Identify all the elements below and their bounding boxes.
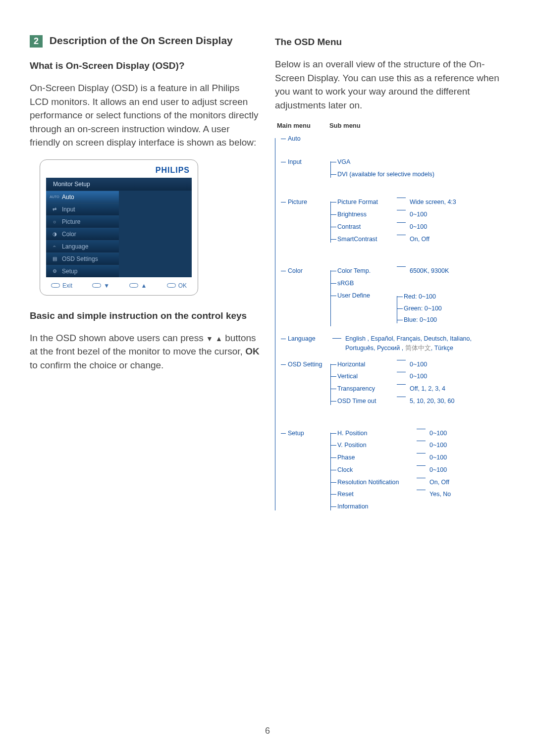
page-number: 6 bbox=[0, 726, 535, 736]
pill-icon bbox=[129, 283, 138, 288]
tree-color-blue: Blue: 0~100 bbox=[404, 315, 442, 325]
osd-right-pane bbox=[119, 191, 192, 277]
tree-setup-info: Information bbox=[337, 502, 451, 511]
pill-icon bbox=[167, 283, 176, 288]
osd-ok-hint: OK bbox=[167, 282, 187, 289]
section-title-text: Description of the On Screen Display bbox=[50, 35, 233, 46]
osd-menu-paragraph: Below is an overall view of the structur… bbox=[275, 57, 505, 112]
osd-item-label: Input bbox=[62, 206, 75, 213]
tree-setup-vpos: V. Position0~100 bbox=[337, 441, 451, 450]
tree-osd-timeout: OSD Time out5, 10, 20, 30, 60 bbox=[337, 397, 454, 406]
up-triangle-icon: ▲ bbox=[215, 335, 222, 343]
osd-item-label: OSD Settings bbox=[62, 255, 98, 262]
tree-color-temp: Color Temp.6500K, 9300K bbox=[337, 266, 449, 276]
osd-menu-heading: The OSD Menu bbox=[275, 37, 505, 48]
tree-input-dvi: DVI (available for selective models) bbox=[337, 170, 434, 179]
osd-item-input: ⇄ Input bbox=[46, 203, 119, 215]
tree-osd-horizontal: Horizontal0~100 bbox=[337, 360, 454, 369]
language-icon: 𝄐 bbox=[51, 243, 58, 250]
input-icon: ⇄ bbox=[51, 206, 58, 213]
tree-auto: Auto bbox=[281, 134, 505, 144]
tree-picture-smartcontrast: SmartContrastOn, Off bbox=[337, 235, 456, 244]
osd-item-language: 𝄐 Language bbox=[46, 240, 119, 252]
osd-item-label: Picture bbox=[62, 218, 80, 225]
osd-footer: Exit ▼ ▲ OK bbox=[46, 277, 192, 289]
tree-language: Language English , Español, Français, De… bbox=[281, 334, 505, 353]
tree-input-vga: VGA bbox=[337, 157, 434, 167]
section-number: 2 bbox=[30, 35, 43, 48]
tree-input: Input VGA DVI (available for selective m… bbox=[281, 157, 505, 182]
osd-menu-list: AUTO Auto ⇄ Input ☼ Picture ◑ Color bbox=[46, 191, 119, 277]
osd-item-label: Auto bbox=[62, 194, 74, 201]
tree-color-srgb: sRGB bbox=[337, 279, 449, 288]
tree-picture: Picture Picture FormatWide screen, 4:3 B… bbox=[281, 198, 505, 247]
page-columns: 2 Description of the On Screen Display W… bbox=[30, 35, 505, 517]
osd-settings-icon: ▤ bbox=[51, 255, 58, 262]
tree-osd-vertical: Vertical0~100 bbox=[337, 372, 454, 381]
tree-setup-phase: Phase0~100 bbox=[337, 453, 451, 462]
down-triangle-icon: ▼ bbox=[206, 335, 213, 343]
tree-setup-reset: ResetYes, No bbox=[337, 490, 451, 499]
tree-setup-clock: Clock0~100 bbox=[337, 465, 451, 475]
tree-color: Color Color Temp.6500K, 9300K sRGB User … bbox=[281, 266, 505, 330]
osd-item-osdsettings: ▤ OSD Settings bbox=[46, 252, 119, 265]
osd-item-color: ◑ Color bbox=[46, 228, 119, 240]
left-column: 2 Description of the On Screen Display W… bbox=[30, 35, 260, 517]
osd-down-hint: ▼ bbox=[92, 282, 109, 289]
tree-color-red: Red: 0~100 bbox=[404, 292, 442, 302]
osd-up-hint: ▲ bbox=[129, 282, 147, 289]
tree-setup-hpos: H. Position0~100 bbox=[337, 429, 451, 438]
color-icon: ◑ bbox=[51, 231, 58, 238]
auto-icon: AUTO bbox=[51, 194, 58, 201]
tree-header-sub: Sub menu bbox=[329, 122, 361, 129]
tree-picture-brightness: Brightness0~100 bbox=[337, 210, 456, 219]
section-heading: 2 Description of the On Screen Display bbox=[30, 35, 260, 48]
tree-osd-transparency: TransparencyOff, 1, 2, 3, 4 bbox=[337, 384, 454, 394]
osd-screenshot: PHILIPS Monitor Setup AUTO Auto ⇄ Input … bbox=[40, 159, 198, 296]
pill-icon bbox=[51, 283, 60, 288]
osd-item-picture: ☼ Picture bbox=[46, 215, 119, 228]
right-column: The OSD Menu Below is an overall view of… bbox=[275, 35, 505, 517]
pill-icon bbox=[92, 283, 101, 288]
tree-picture-contrast: Contrast0~100 bbox=[337, 222, 456, 232]
osd-item-setup: ⚙ Setup bbox=[46, 265, 119, 277]
tree-header: Main menu Sub menu bbox=[275, 122, 505, 129]
osd-item-label: Setup bbox=[62, 268, 77, 275]
osd-intro-paragraph: On-Screen Display (OSD) is a feature in … bbox=[30, 81, 260, 150]
tree-header-main: Main menu bbox=[277, 122, 311, 129]
tree-setup-resnotif: Resolution NotificationOn, Off bbox=[337, 478, 451, 487]
osd-item-label: Language bbox=[62, 243, 88, 250]
basic-instruction-paragraph: In the OSD shown above users can press ▼… bbox=[30, 331, 260, 372]
osd-body: AUTO Auto ⇄ Input ☼ Picture ◑ Color bbox=[46, 191, 192, 277]
setup-icon: ⚙ bbox=[51, 268, 58, 275]
osd-titlebar: Monitor Setup bbox=[46, 178, 192, 191]
tree-picture-format: Picture FormatWide screen, 4:3 bbox=[337, 198, 456, 207]
basic-instruction-heading: Basic and simple instruction on the cont… bbox=[30, 310, 260, 321]
tree-setup: Setup H. Position0~100 V. Position0~100 … bbox=[281, 429, 505, 514]
tree-color-green: Green: 0~100 bbox=[404, 304, 442, 313]
picture-icon: ☼ bbox=[51, 218, 58, 225]
what-is-osd-heading: What is On-Screen Display (OSD)? bbox=[30, 60, 260, 71]
philips-logo: PHILIPS bbox=[46, 165, 192, 178]
osd-item-label: Color bbox=[62, 231, 76, 238]
osd-item-auto: AUTO Auto bbox=[46, 191, 119, 203]
osd-tree: Auto Input VGA DVI (available for select… bbox=[275, 134, 505, 514]
tree-color-userdefine: User Define Red: 0~100 Green: 0~100 Blue… bbox=[337, 291, 449, 327]
osd-exit-hint: Exit bbox=[51, 282, 72, 289]
tree-osdsetting: OSD Setting Horizontal0~100 Vertical0~10… bbox=[281, 360, 505, 409]
